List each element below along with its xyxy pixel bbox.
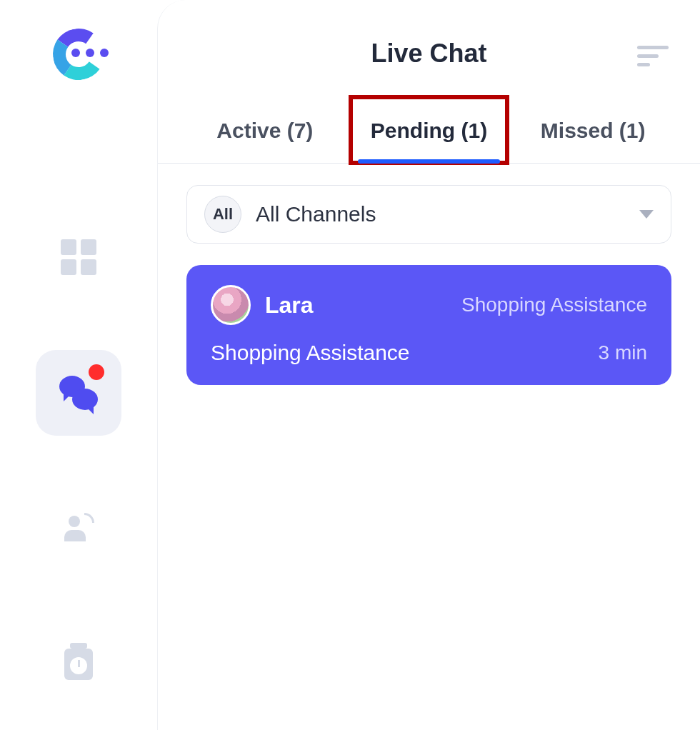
page-title: Live Chat: [371, 39, 486, 69]
sidebar-item-contacts[interactable]: [36, 486, 121, 571]
conversation-tag: Shopping Assistance: [461, 294, 647, 316]
chevron-down-icon: [639, 210, 654, 219]
chat-icon: [59, 376, 98, 410]
conversation-subject: Shopping Assistance: [211, 341, 410, 365]
sidebar-item-history[interactable]: [36, 621, 121, 707]
main-panel: Live Chat Active (7) Pending (1) Missed …: [157, 0, 700, 730]
sidebar: %: [0, 0, 157, 730]
clock-icon: [64, 649, 93, 680]
filter-label: All Channels: [256, 202, 625, 226]
person-voice-icon: [64, 516, 93, 541]
tab-missed[interactable]: Missed (1): [514, 97, 671, 163]
tab-pending[interactable]: Pending (1): [351, 97, 508, 163]
sidebar-nav: %: [36, 214, 121, 730]
avatar: [211, 285, 251, 325]
sort-button[interactable]: [637, 46, 671, 71]
tabs: Active (7) Pending (1) Missed (1): [158, 97, 700, 164]
sidebar-item-chat[interactable]: [36, 350, 121, 436]
sidebar-item-dashboard[interactable]: [36, 214, 121, 300]
header: Live Chat: [158, 17, 700, 97]
conversation-list: Lara Shopping Assistance Shopping Assist…: [158, 244, 700, 406]
conversation-item[interactable]: Lara Shopping Assistance Shopping Assist…: [186, 265, 671, 385]
conversation-time: 3 min: [599, 341, 647, 364]
grid-icon: [61, 239, 96, 275]
tab-active[interactable]: Active (7): [186, 97, 344, 163]
conversation-name: Lara: [265, 292, 314, 319]
sort-lines-icon: [637, 46, 669, 49]
channel-filter[interactable]: All All Channels: [186, 185, 671, 244]
notification-badge: [89, 364, 104, 380]
filter-pill: All: [204, 196, 241, 233]
